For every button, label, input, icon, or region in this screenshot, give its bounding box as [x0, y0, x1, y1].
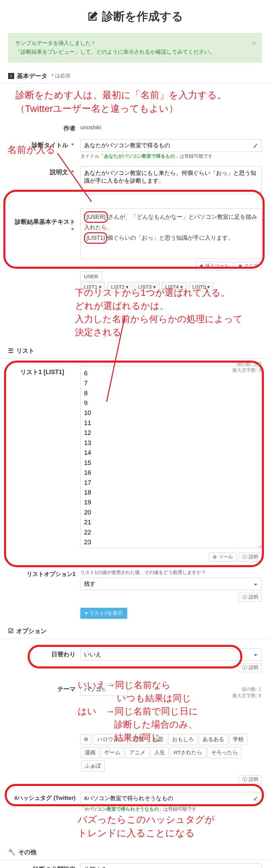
- list-icon: ☰: [8, 347, 14, 354]
- explain-btn[interactable]: ⓘ 説明: [239, 663, 262, 672]
- row-desc: 説明文＊ あなたがパソコン教室にもし来たら、何個ぐらい「おっ」と思う知識が手に入…: [0, 163, 270, 200]
- result-textarea[interactable]: [USER]さんが、「どんなもんかなー」とパソコン教室に足を踏み入れたら、 [L…: [80, 208, 262, 259]
- user-tag-btn[interactable]: USER: [80, 271, 102, 281]
- section-list: ☰ リスト: [0, 343, 270, 359]
- success-alert: × サンプルデータを挿入しました！ 「診断結果をプレビュー」して、どのように表示…: [8, 33, 262, 62]
- theme-tag[interactable]: RTされたら: [170, 747, 206, 758]
- explain-btn[interactable]: ⓘ 説明: [239, 593, 262, 602]
- edit-icon: [87, 11, 98, 22]
- insert-tool-btn[interactable]: ✚ 挿入ツール: [196, 262, 233, 270]
- wrench-icon: 🔧: [8, 848, 16, 856]
- theme-tag[interactable]: あるある: [199, 734, 228, 745]
- check-icon: ☑: [8, 627, 14, 635]
- list-tag-btn[interactable]: LIST1 ▾: [80, 282, 105, 292]
- list-tag-btn[interactable]: LIST3 ▾: [134, 282, 159, 292]
- theme-tag[interactable]: ふぁぼ: [81, 760, 105, 771]
- list-tag-btn[interactable]: LIST2 ▾: [107, 282, 132, 292]
- check-icon: ✓: [253, 142, 259, 150]
- list-tag-btn[interactable]: LIST5 ▾: [189, 282, 214, 292]
- row-publish: 診断の公開設定 公開する: [0, 860, 270, 868]
- theme-tag[interactable]: 人生: [151, 747, 169, 758]
- theme-tag[interactable]: そろったら: [207, 747, 242, 758]
- section-basic: i 基本データ ＊は必須: [0, 69, 270, 84]
- theme-tag[interactable]: 学校: [229, 734, 247, 745]
- info-icon: i: [8, 73, 14, 79]
- theme-tag[interactable]: ハロウィン: [93, 734, 128, 745]
- row-result: 診断結果基本テキスト＊ [USER]さんが、「どんなもんかなー」とパソコン教室に…: [0, 200, 270, 295]
- listopt-select[interactable]: 残す: [80, 578, 262, 590]
- theme-tag[interactable]: お題: [149, 734, 167, 745]
- check-icon: ✓: [253, 795, 259, 803]
- theme-tag[interactable]: アニメ: [126, 747, 149, 758]
- section-other: 🔧 その他: [0, 845, 270, 860]
- list1-textarea[interactable]: 6 7 8 9 10 11 12 13 14 15 16 17 18 19 20…: [80, 366, 262, 548]
- theme-tag[interactable]: おもしろ: [168, 734, 197, 745]
- row-hashtag: #ハッシュタグ (Twitter) ✓ 「#パソコン教室で得られそうなもの」は登…: [0, 787, 270, 816]
- row-title: 診断タイトル＊ ✓ タイトル「あなたがパソコン教室で得るもの」は登録可能です: [0, 136, 270, 163]
- page-title: 診断を作成する: [0, 0, 270, 33]
- section-options: ☑ オプション: [0, 624, 270, 639]
- theme-tag[interactable]: ゲーム: [101, 747, 124, 758]
- row-listopt: リストオプション1 リスト1の値が使用された後、その値をどう処理しますか？ 残す…: [0, 565, 270, 605]
- gear-icon[interactable]: ⚙: [80, 734, 91, 744]
- row-author: 作者 unoshiki: [0, 119, 270, 136]
- tool-btn[interactable]: ⚙ ツール: [209, 553, 237, 561]
- clear-btn[interactable]: ✖ クリア: [235, 262, 262, 270]
- publish-select[interactable]: 公開する: [80, 863, 262, 868]
- daily-select[interactable]: いいえ: [80, 648, 262, 661]
- desc-textarea[interactable]: あなたがパソコン教室にもし来たら、何個ぐらい「おっ」と思う知識が手に入るかを診断…: [80, 166, 262, 194]
- explain-btn[interactable]: ⓘ 説明: [239, 553, 262, 561]
- theme-tag[interactable]: 漫画: [81, 747, 99, 758]
- theme-tag[interactable]: 恋愛: [129, 734, 147, 745]
- close-icon[interactable]: ×: [252, 37, 256, 49]
- row-theme: テーマ ⚙ ハロウィン恋愛お題おもしろあるある学校漫画ゲームアニメ人生RTされた…: [0, 680, 270, 787]
- theme-input[interactable]: [80, 683, 128, 696]
- hashtag-input[interactable]: [80, 792, 262, 805]
- show-list2-btn[interactable]: ▾ リスト2を表示: [80, 608, 127, 619]
- row-daily: 日替わり いいえ ⓘ 説明: [0, 639, 270, 676]
- explain-btn[interactable]: ⓘ 説明: [239, 775, 262, 784]
- title-input[interactable]: [80, 139, 262, 152]
- list-tag-btn[interactable]: LIST4 ▾: [162, 282, 187, 292]
